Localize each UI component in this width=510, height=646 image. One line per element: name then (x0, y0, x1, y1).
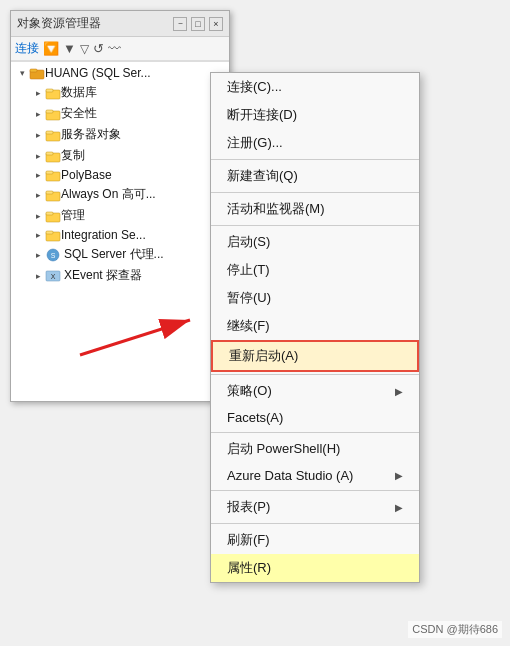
funnel-icon[interactable]: ▽ (80, 42, 89, 56)
svg-rect-3 (46, 89, 53, 92)
menu-item-policy[interactable]: 策略(O) ▶ (211, 377, 419, 405)
tree-root-label: HUANG (SQL Ser... (45, 66, 151, 80)
svg-rect-9 (46, 152, 53, 155)
menu-item-properties-label: 属性(R) (227, 559, 271, 577)
agent-icon: S (45, 248, 61, 262)
menu-item-register[interactable]: 注册(G)... (211, 129, 419, 157)
tree-item-databases[interactable]: ▸ 数据库 (11, 82, 229, 103)
menu-item-facets[interactable]: Facets(A) (211, 405, 419, 430)
policy-arrow-icon: ▶ (395, 386, 403, 397)
tree-item-integration[interactable]: ▸ Integration Se... (11, 226, 229, 244)
tree-item-always-on[interactable]: ▸ Always On 高可... (11, 184, 229, 205)
menu-item-connect-label: 连接(C)... (227, 78, 282, 96)
separator-3 (211, 225, 419, 226)
menu-item-register-label: 注册(G)... (227, 134, 283, 152)
server-icon (29, 66, 45, 80)
menu-item-reports[interactable]: 报表(P) ▶ (211, 493, 419, 521)
separator-6 (211, 490, 419, 491)
context-menu: 连接(C)... 断开连接(D) 注册(G)... 新建查询(Q) 活动和监视器… (210, 72, 420, 583)
expand-icon-management: ▸ (31, 209, 45, 223)
separator-7 (211, 523, 419, 524)
menu-item-start[interactable]: 启动(S) (211, 228, 419, 256)
xevent-icon: X (45, 269, 61, 283)
svg-text:X: X (51, 273, 56, 280)
menu-item-restart-label: 重新启动(A) (229, 347, 298, 365)
tree-item-databases-label: 数据库 (61, 84, 97, 101)
separator-5 (211, 432, 419, 433)
expand-icon-xevent: ▸ (31, 269, 45, 283)
tree-item-management-label: 管理 (61, 207, 85, 224)
menu-item-connect[interactable]: 连接(C)... (211, 73, 419, 101)
menu-item-properties[interactable]: 属性(R) (211, 554, 419, 582)
object-explorer-window: 对象资源管理器 － □ × 连接 🔽 ▼ ▽ ↺ 〰 ▾ HUANG (SQL … (10, 10, 230, 402)
menu-item-azure-data-studio[interactable]: Azure Data Studio (A) ▶ (211, 463, 419, 488)
folder-icon-security (45, 107, 61, 121)
menu-item-pause-label: 暂停(U) (227, 289, 271, 307)
filter2-icon[interactable]: ▼ (63, 41, 76, 56)
folder-icon-integration (45, 228, 61, 242)
tree-item-security-label: 安全性 (61, 105, 97, 122)
menu-item-pause[interactable]: 暂停(U) (211, 284, 419, 312)
tree-item-replication-label: 复制 (61, 147, 85, 164)
refresh-icon[interactable]: ↺ (93, 41, 104, 56)
minimize-button[interactable]: － (173, 17, 187, 31)
filter-icon[interactable]: 🔽 (43, 41, 59, 56)
menu-item-powershell[interactable]: 启动 PowerShell(H) (211, 435, 419, 463)
expand-icon-integration: ▸ (31, 228, 45, 242)
svg-rect-1 (30, 69, 37, 72)
separator-4 (211, 374, 419, 375)
tree-item-xevent[interactable]: ▸ X XEvent 探查器 (11, 265, 229, 286)
title-bar: 对象资源管理器 － □ × (11, 11, 229, 37)
menu-item-stop-label: 停止(T) (227, 261, 270, 279)
expand-icon-polybase: ▸ (31, 168, 45, 182)
svg-rect-15 (46, 212, 53, 215)
svg-text:S: S (51, 252, 56, 259)
menu-item-facets-label: Facets(A) (227, 410, 283, 425)
tree-item-management[interactable]: ▸ 管理 (11, 205, 229, 226)
menu-item-stop[interactable]: 停止(T) (211, 256, 419, 284)
menu-item-activity-monitor[interactable]: 活动和监视器(M) (211, 195, 419, 223)
tree-item-replication[interactable]: ▸ 复制 (11, 145, 229, 166)
menu-item-resume[interactable]: 继续(F) (211, 312, 419, 340)
tree-item-server-objects[interactable]: ▸ 服务器对象 (11, 124, 229, 145)
menu-item-restart[interactable]: 重新启动(A) (211, 340, 419, 372)
expand-icon-security: ▸ (31, 107, 45, 121)
svg-rect-11 (46, 171, 53, 174)
menu-item-start-label: 启动(S) (227, 233, 270, 251)
menu-item-refresh-label: 刷新(F) (227, 531, 270, 549)
toolbar: 连接 🔽 ▼ ▽ ↺ 〰 (11, 37, 229, 61)
tree-item-sql-agent[interactable]: ▸ S SQL Server 代理... (11, 244, 229, 265)
folder-icon-management (45, 209, 61, 223)
menu-item-disconnect-label: 断开连接(D) (227, 106, 297, 124)
folder-icon-server-objects (45, 128, 61, 142)
connect-label[interactable]: 连接 (15, 40, 39, 57)
tree-item-polybase[interactable]: ▸ PolyBase (11, 166, 229, 184)
tree-root[interactable]: ▾ HUANG (SQL Ser... (11, 64, 229, 82)
folder-icon-always-on (45, 188, 61, 202)
expand-icon-always-on: ▸ (31, 188, 45, 202)
tree-item-xevent-label: XEvent 探查器 (64, 267, 142, 284)
tree-item-polybase-label: PolyBase (61, 168, 112, 182)
maximize-button[interactable]: □ (191, 17, 205, 31)
folder-icon-databases (45, 86, 61, 100)
folder-icon-polybase (45, 168, 61, 182)
close-button[interactable]: × (209, 17, 223, 31)
menu-item-disconnect[interactable]: 断开连接(D) (211, 101, 419, 129)
menu-item-activity-monitor-label: 活动和监视器(M) (227, 200, 325, 218)
window-title: 对象资源管理器 (17, 15, 101, 32)
menu-item-powershell-label: 启动 PowerShell(H) (227, 440, 340, 458)
menu-item-reports-label: 报表(P) (227, 498, 270, 516)
menu-item-new-query[interactable]: 新建查询(Q) (211, 162, 419, 190)
expand-icon-server-objects: ▸ (31, 128, 45, 142)
watermark: CSDN @期待686 (408, 621, 502, 638)
tree-item-security[interactable]: ▸ 安全性 (11, 103, 229, 124)
separator-2 (211, 192, 419, 193)
tree-item-server-objects-label: 服务器对象 (61, 126, 121, 143)
azure-arrow-icon: ▶ (395, 470, 403, 481)
tree-item-integration-label: Integration Se... (61, 228, 146, 242)
menu-item-refresh[interactable]: 刷新(F) (211, 526, 419, 554)
svg-rect-5 (46, 110, 53, 113)
expand-icon-replication: ▸ (31, 149, 45, 163)
menu-item-resume-label: 继续(F) (227, 317, 270, 335)
squiggle-icon[interactable]: 〰 (108, 41, 121, 56)
